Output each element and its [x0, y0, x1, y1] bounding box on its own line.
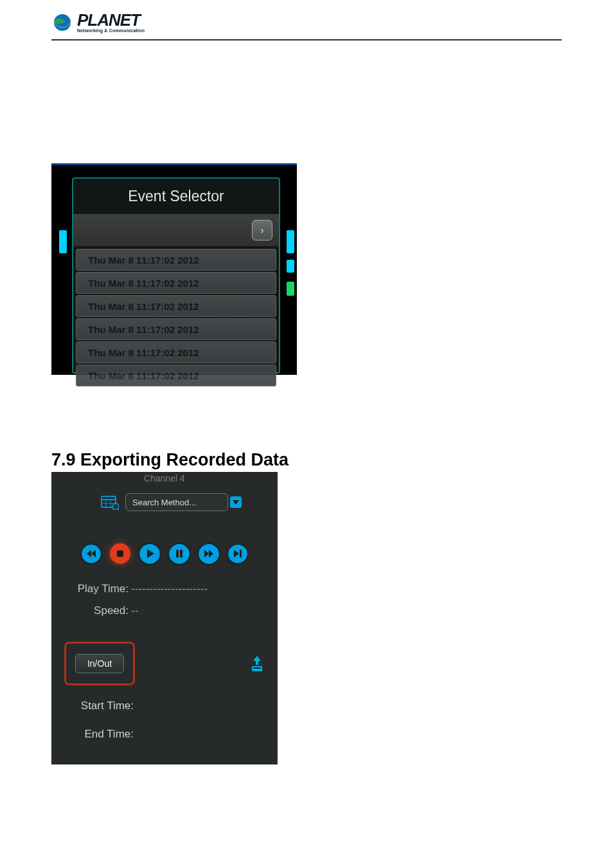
left-marker-1 [59, 230, 67, 253]
brand-wordmark: PLANET [77, 12, 145, 28]
playback-controls [51, 539, 278, 568]
svg-rect-9 [176, 550, 179, 557]
skip-end-button[interactable] [228, 544, 247, 563]
stop-button[interactable] [110, 543, 130, 564]
section-heading: 7.9 Exporting Recorded Data [51, 450, 289, 470]
event-selector-panel: Event Selector › Thu Mar 8 11:17:02 2012… [72, 177, 280, 374]
fast-forward-button[interactable] [199, 543, 219, 564]
search-method-dropdown[interactable]: Search Method... [125, 493, 228, 511]
event-selector-next-button[interactable]: › [252, 220, 272, 240]
chevron-right-icon: › [261, 225, 264, 235]
in-out-button[interactable]: In/Out [75, 654, 124, 673]
event-list-item[interactable]: Thu Mar 8 11:17:02 2012 [76, 272, 276, 294]
brand-logo: PLANET Networking & Communication [51, 12, 562, 33]
event-selector-search-row: › [73, 214, 279, 246]
export-icon[interactable] [248, 655, 266, 673]
rewind-button[interactable] [82, 544, 101, 563]
pause-button[interactable] [169, 543, 190, 564]
play-time-value: --------------------- [131, 583, 208, 595]
event-list: Thu Mar 8 11:17:02 2012 Thu Mar 8 11:17:… [73, 249, 279, 386]
header-divider [51, 39, 562, 41]
search-method-label: Search Method... [132, 498, 196, 507]
calendar-icon[interactable] [101, 494, 119, 510]
event-selector-title: Event Selector [73, 179, 279, 214]
brand-tagline: Networking & Communication [77, 28, 145, 33]
end-time-label: End Time: [67, 728, 134, 741]
playback-export-screenshot: Channel 4 Search Method... [51, 472, 278, 764]
dropdown-caret-icon[interactable] [230, 496, 242, 508]
in-out-label: In/Out [87, 658, 112, 669]
event-selector-screenshot: Event Selector › Thu Mar 8 11:17:02 2012… [51, 163, 297, 375]
in-out-highlight: In/Out [64, 642, 135, 685]
event-list-item[interactable]: Thu Mar 8 11:17:02 2012 [76, 365, 276, 386]
start-time-label: Start Time: [67, 700, 134, 712]
right-marker-1 [287, 230, 294, 253]
event-list-item[interactable]: Thu Mar 8 11:17:02 2012 [76, 249, 276, 271]
svg-rect-13 [253, 667, 261, 669]
right-marker-3 [287, 282, 294, 296]
speed-value: -- [131, 604, 138, 617]
channel-label: Channel 4 [51, 473, 278, 484]
play-time-label: Play Time: [71, 583, 129, 595]
speed-label: Speed: [71, 604, 129, 617]
play-button[interactable] [139, 543, 160, 564]
event-list-item[interactable]: Thu Mar 8 11:17:02 2012 [76, 318, 276, 340]
svg-rect-10 [180, 550, 182, 557]
svg-rect-11 [240, 550, 242, 557]
event-list-item[interactable]: Thu Mar 8 11:17:02 2012 [76, 341, 276, 363]
globe-icon [51, 13, 73, 32]
svg-rect-8 [117, 550, 123, 557]
right-marker-2 [287, 260, 294, 273]
event-list-item[interactable]: Thu Mar 8 11:17:02 2012 [76, 295, 276, 317]
svg-line-7 [118, 509, 119, 510]
